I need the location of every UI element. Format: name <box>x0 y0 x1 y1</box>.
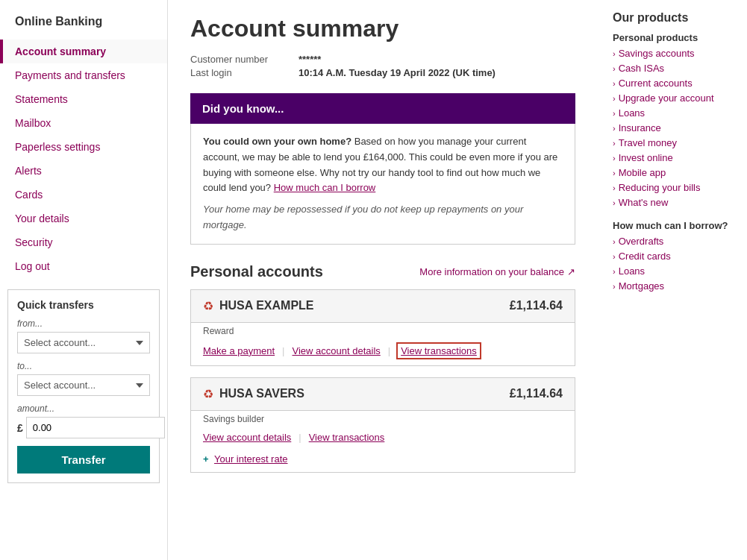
mobile-app-link[interactable]: Mobile app <box>619 167 666 178</box>
to-account-select[interactable]: Select account... <box>17 374 150 396</box>
product-invest-online: › Invest online <box>613 152 732 163</box>
meta-info: Customer number ****** Last login 10:14 … <box>190 54 575 78</box>
sidebar-item-log-out[interactable]: Log out <box>0 254 167 278</box>
product-insurance: › Insurance <box>613 122 732 133</box>
separator-3: | <box>299 432 301 443</box>
account-balance-2: £1,114.64 <box>510 387 563 400</box>
current-accounts-link[interactable]: Current accounts <box>619 78 693 89</box>
left-sidebar: Online Banking Account summary Payments … <box>0 0 168 560</box>
from-label: from... <box>17 318 150 329</box>
page-title: Account summary <box>190 15 575 43</box>
your-interest-rate-link[interactable]: Your interest rate <box>214 453 288 465</box>
account-type-1: Reward <box>191 323 575 336</box>
mortgage-warning: Your home may be repossessed if you do n… <box>203 202 563 233</box>
savings-accounts-link[interactable]: Savings accounts <box>619 48 695 59</box>
arrow-icon-mobile-app: › <box>613 169 616 177</box>
sidebar-item-alerts[interactable]: Alerts <box>0 159 167 183</box>
sidebar-item-security[interactable]: Security <box>0 230 167 254</box>
personal-accounts-title: Personal accounts <box>190 263 323 280</box>
customer-number-value: ****** <box>299 54 321 65</box>
view-transactions-link-1[interactable]: View transactions <box>398 344 480 358</box>
sidebar-item-paperless-settings[interactable]: Paperless settings <box>0 135 167 159</box>
arrow-icon-travel-money: › <box>613 139 616 148</box>
product-travel-money: › Travel money <box>613 137 732 148</box>
account-name-1: HUSA EXAMPLE <box>219 299 314 312</box>
sidebar-item-statements[interactable]: Statements <box>0 87 167 111</box>
arrow-icon-credit-cards: › <box>613 252 616 261</box>
view-transactions-link-2[interactable]: View transactions <box>309 432 385 443</box>
arrow-icon-loans: › <box>613 109 616 118</box>
products-title: Our products <box>613 11 732 25</box>
amount-label: amount... <box>17 403 150 414</box>
product-savings-accounts: › Savings accounts <box>613 48 732 59</box>
sidebar-item-mailbox[interactable]: Mailbox <box>0 111 167 135</box>
borrow-loans-link[interactable]: Loans <box>619 265 645 277</box>
product-current-accounts: › Current accounts <box>613 78 732 89</box>
customer-number-label: Customer number <box>190 54 287 65</box>
product-overdrafts: › Overdrafts <box>613 236 732 247</box>
pound-symbol: £ <box>17 422 23 434</box>
cash-isas-link[interactable]: Cash ISAs <box>619 63 664 74</box>
arrow-icon-cash-isas: › <box>613 64 616 73</box>
make-payment-link[interactable]: Make a payment <box>203 345 275 356</box>
personal-products-subtitle: Personal products <box>613 32 732 43</box>
account-extra-2: + Your interest rate <box>191 450 575 472</box>
quick-transfers-title: Quick transfers <box>17 299 150 311</box>
borrow-title: How much can I borrow? <box>613 220 732 231</box>
more-info-link[interactable]: More information on your balance ↗ <box>419 266 575 277</box>
separator-1: | <box>282 345 284 356</box>
product-loans: › Loans <box>613 107 732 119</box>
account-type-2: Savings builder <box>191 411 575 424</box>
arrow-icon-insurance: › <box>613 124 616 133</box>
amount-input[interactable] <box>26 417 165 438</box>
overdrafts-link[interactable]: Overdrafts <box>619 236 664 247</box>
sidebar-title: Online Banking <box>0 7 167 40</box>
sidebar-item-account-summary[interactable]: Account summary <box>0 40 167 63</box>
separator-2: | <box>388 345 390 356</box>
product-borrow-loans: › Loans <box>613 265 732 277</box>
quick-transfers-panel: Quick transfers from... Select account..… <box>7 289 160 483</box>
how-much-borrow-link[interactable]: How much can I borrow <box>274 182 376 193</box>
reducing-bills-link[interactable]: Reducing your bills <box>619 182 701 193</box>
account-card-header-1: ♻ HUSA EXAMPLE £1,114.64 <box>191 290 575 323</box>
account-card-husa-savers: ♻ HUSA SAVERS £1,114.64 Savings builder … <box>190 377 575 473</box>
insurance-link[interactable]: Insurance <box>619 122 661 133</box>
arrow-icon-overdrafts: › <box>613 237 616 246</box>
credit-cards-link[interactable]: Credit cards <box>619 251 671 262</box>
plus-icon: + <box>203 453 209 465</box>
arrow-icon-borrow-loans: › <box>613 267 616 276</box>
account-icon-1: ♻ <box>203 299 213 313</box>
account-name-2: HUSA SAVERS <box>219 387 304 400</box>
loans-link[interactable]: Loans <box>619 107 645 119</box>
whats-new-link[interactable]: What's new <box>619 197 669 208</box>
right-sidebar: Our products Personal products › Savings… <box>598 0 747 560</box>
from-account-select[interactable]: Select account... <box>17 332 150 353</box>
account-actions-1: Make a payment | View account details | … <box>191 336 575 365</box>
product-cash-isas: › Cash ISAs <box>613 63 732 74</box>
travel-money-link[interactable]: Travel money <box>619 137 677 148</box>
arrow-icon-reducing-bills: › <box>613 183 616 192</box>
to-label: to... <box>17 361 150 371</box>
mortgages-link[interactable]: Mortgages <box>619 280 664 292</box>
arrow-icon-upgrade: › <box>613 94 616 103</box>
view-account-details-link-2[interactable]: View account details <box>203 432 291 443</box>
transfer-button[interactable]: Transfer <box>17 446 150 474</box>
external-link-icon: ↗ <box>567 266 575 277</box>
sidebar-item-your-details[interactable]: Your details <box>0 207 167 230</box>
personal-accounts-header: Personal accounts More information on yo… <box>190 263 575 280</box>
product-mortgages: › Mortgages <box>613 280 732 292</box>
account-actions-2: View account details | View transactions <box>191 424 575 450</box>
arrow-icon-current-accounts: › <box>613 79 616 88</box>
product-credit-cards: › Credit cards <box>613 251 732 262</box>
did-you-know-header: Did you know... <box>190 93 575 124</box>
account-card-husa-example: ♻ HUSA EXAMPLE £1,114.64 Reward Make a p… <box>190 289 575 366</box>
upgrade-account-link[interactable]: Upgrade your account <box>619 92 714 104</box>
invest-online-link[interactable]: Invest online <box>619 152 673 163</box>
arrow-icon-savings: › <box>613 49 616 58</box>
view-account-details-link-1[interactable]: View account details <box>293 345 381 356</box>
sidebar-item-payments-transfers[interactable]: Payments and transfers <box>0 63 167 87</box>
sidebar-item-cards[interactable]: Cards <box>0 183 167 207</box>
main-content: Account summary Customer number ****** L… <box>168 0 598 560</box>
arrow-icon-mortgages: › <box>613 282 616 291</box>
last-login-label: Last login <box>190 67 287 78</box>
